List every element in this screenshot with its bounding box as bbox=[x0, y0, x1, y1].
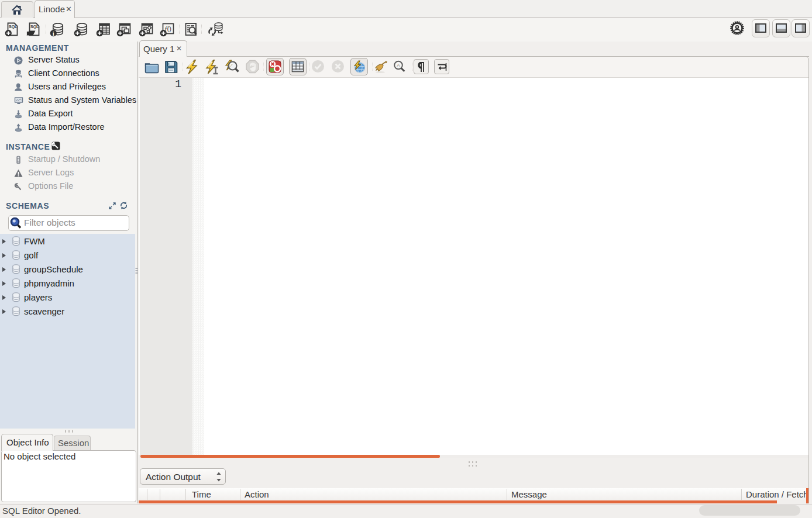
svg-text:SQL: SQL bbox=[9, 25, 18, 29]
svg-text:A: A bbox=[397, 63, 400, 68]
svg-text:SQL: SQL bbox=[30, 25, 39, 29]
svg-text:i: i bbox=[53, 30, 54, 37]
svg-text:(): () bbox=[167, 25, 171, 32]
